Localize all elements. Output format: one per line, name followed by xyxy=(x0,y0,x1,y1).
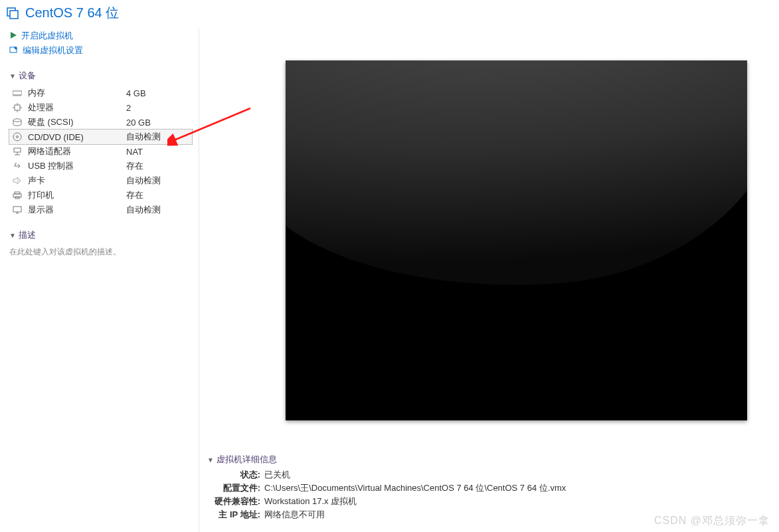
device-value: 自动检测 xyxy=(126,204,161,216)
device-value: 自动检测 xyxy=(126,175,161,187)
svg-marker-20 xyxy=(13,177,18,184)
sound-icon xyxy=(12,177,23,185)
detail-row-compat: 硬件兼容性: Workstation 17.x 虚拟机 xyxy=(207,495,779,508)
description-placeholder[interactable]: 在此处键入对该虚拟机的描述。 xyxy=(9,245,192,259)
power-on-link[interactable]: 开启此虚拟机 xyxy=(9,29,192,43)
device-name: 内存 xyxy=(28,87,121,99)
edit-settings-label: 编辑虚拟机设置 xyxy=(23,44,83,56)
device-row[interactable]: 处理器2 xyxy=(9,100,192,115)
device-name: 显示器 xyxy=(28,204,121,216)
usb-icon xyxy=(12,162,23,170)
main-panel: ▼ 虚拟机详细信息 状态: 已关机 配置文件: C:\Users\王\Docum… xyxy=(199,29,779,532)
vm-details: ▼ 虚拟机详细信息 状态: 已关机 配置文件: C:\Users\王\Docum… xyxy=(199,454,779,521)
svg-rect-24 xyxy=(13,207,21,212)
device-list: 内存4 GB处理器2硬盘 (SCSI)20 GBCD/DVD (IDE)自动检测… xyxy=(9,86,192,217)
description-section-label: 描述 xyxy=(19,229,36,241)
device-row[interactable]: 网络适配器NAT xyxy=(9,144,192,159)
device-row[interactable]: 内存4 GB xyxy=(9,86,192,100)
device-row[interactable]: 声卡自动检测 xyxy=(9,173,192,188)
detail-key: 硬件兼容性: xyxy=(207,495,260,507)
device-value: 自动检测 xyxy=(126,131,161,143)
vm-screen-preview[interactable] xyxy=(286,60,747,420)
svg-marker-2 xyxy=(11,32,17,39)
detail-value: 网络信息不可用 xyxy=(264,509,325,521)
chevron-down-icon: ▼ xyxy=(9,232,16,239)
svg-point-14 xyxy=(13,119,21,122)
disk-icon xyxy=(12,118,23,126)
device-value: 2 xyxy=(126,103,131,113)
detail-value: Workstation 17.x 虚拟机 xyxy=(264,495,357,507)
sidebar: 开启此虚拟机 编辑虚拟机设置 ▼ 设备 内存4 GB处理器2硬盘 (SCSI)2… xyxy=(0,29,199,532)
description-section-header[interactable]: ▼ 描述 xyxy=(9,229,192,241)
device-value: 存在 xyxy=(126,189,143,201)
svg-rect-17 xyxy=(14,148,21,152)
network-icon xyxy=(12,147,23,155)
cd-icon xyxy=(12,132,23,141)
detail-key: 配置文件: xyxy=(207,482,260,494)
device-row[interactable]: 打印机存在 xyxy=(9,188,192,203)
detail-row-config: 配置文件: C:\Users\王\Documents\Virtual Machi… xyxy=(207,482,779,495)
detail-value: C:\Users\王\Documents\Virtual Machines\Ce… xyxy=(264,482,566,494)
device-row[interactable]: CD/DVD (IDE)自动检测 xyxy=(9,129,193,145)
device-name: 网络适配器 xyxy=(28,145,121,157)
devices-section-label: 设备 xyxy=(19,70,36,82)
device-value: 存在 xyxy=(126,160,143,172)
svg-point-15 xyxy=(13,133,21,141)
power-on-label: 开启此虚拟机 xyxy=(21,30,73,42)
edit-icon xyxy=(9,45,19,56)
printer-icon xyxy=(12,191,23,199)
device-row[interactable]: 硬盘 (SCSI)20 GB xyxy=(9,115,192,130)
device-row[interactable]: USB 控制器存在 xyxy=(9,159,192,173)
devices-section-header[interactable]: ▼ 设备 xyxy=(9,70,192,82)
details-section-label: 虚拟机详细信息 xyxy=(216,454,277,466)
device-value: 20 GB xyxy=(126,118,151,128)
svg-rect-1 xyxy=(10,11,18,19)
edit-settings-link[interactable]: 编辑虚拟机设置 xyxy=(9,43,192,58)
device-row[interactable]: 显示器自动检测 xyxy=(9,203,192,217)
device-name: CD/DVD (IDE) xyxy=(28,132,121,142)
device-name: USB 控制器 xyxy=(28,160,121,172)
vm-header: CentOS 7 64 位 xyxy=(0,0,779,29)
play-icon xyxy=(9,31,17,41)
detail-row-state: 状态: 已关机 xyxy=(207,468,779,482)
device-name: 硬盘 (SCSI) xyxy=(28,116,121,128)
device-name: 打印机 xyxy=(28,189,121,201)
svg-rect-9 xyxy=(15,105,20,110)
svg-point-16 xyxy=(17,136,19,138)
detail-value: 已关机 xyxy=(264,469,290,481)
cpu-icon xyxy=(12,103,23,112)
display-icon xyxy=(12,206,23,214)
svg-rect-4 xyxy=(13,91,22,95)
detail-key: 主 IP 地址: xyxy=(207,509,260,521)
device-name: 声卡 xyxy=(28,175,121,187)
chevron-down-icon: ▼ xyxy=(207,456,214,464)
detail-key: 状态: xyxy=(207,469,260,481)
device-name: 处理器 xyxy=(28,102,121,114)
device-value: 4 GB xyxy=(126,88,146,98)
details-section-header[interactable]: ▼ 虚拟机详细信息 xyxy=(207,454,779,466)
memory-icon xyxy=(12,90,23,96)
device-value: NAT xyxy=(126,147,143,157)
vm-title: CentOS 7 64 位 xyxy=(25,4,119,22)
tabs-icon xyxy=(5,6,20,21)
chevron-down-icon: ▼ xyxy=(9,72,16,80)
detail-row-ip: 主 IP 地址: 网络信息不可用 xyxy=(207,508,779,521)
